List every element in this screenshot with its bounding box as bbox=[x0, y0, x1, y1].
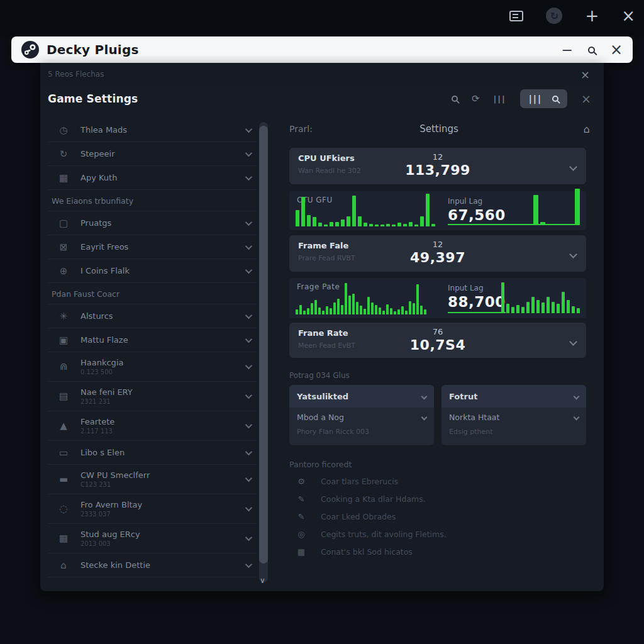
card-main-value: 49,397 bbox=[289, 250, 586, 265]
sidebar-item-label: Mattu Flaze bbox=[80, 335, 128, 345]
close-icon[interactable]: × bbox=[581, 92, 591, 106]
sync-badge-icon[interactable]: ↻ bbox=[546, 8, 562, 24]
footer-list: ⚙Coar tlars Ebrerucis✎Cooking a Kta dlar… bbox=[296, 477, 447, 557]
chevron-down-icon bbox=[245, 362, 252, 369]
footer-list-item[interactable]: ◎Cegits truts, dit avoling Fletims. bbox=[296, 530, 447, 539]
home-icon: ⌂ bbox=[57, 560, 70, 571]
home-icon[interactable]: ⌂ bbox=[584, 123, 590, 135]
chevron-down-icon bbox=[245, 504, 252, 511]
sidebar-item[interactable]: ⌂Stecke kin Dettie bbox=[48, 553, 257, 577]
sidebar-item[interactable]: ◌Fro Avern Bltay2333 037 bbox=[48, 494, 257, 524]
sidebar-item-sublabel: 2333 037 bbox=[80, 511, 142, 518]
sparkle-gear-icon: ✳ bbox=[57, 311, 70, 322]
sidebar-item[interactable]: ▣Mattu Flaze bbox=[48, 328, 257, 352]
chart-bar bbox=[397, 223, 401, 226]
sidebar-item[interactable]: ⊠Eayrit Freos bbox=[48, 235, 257, 259]
sidebar-item[interactable]: ↻Stepeeir bbox=[48, 142, 257, 166]
chart-bar bbox=[322, 311, 325, 314]
dropdown-label: Fotrut bbox=[449, 392, 477, 401]
page-title: Game Settings bbox=[48, 92, 138, 105]
scrollbar-thumb[interactable] bbox=[259, 126, 268, 564]
footer-list-item[interactable]: ▦Conat's bkl Sod hicatos bbox=[296, 547, 447, 557]
chart-bar bbox=[533, 195, 538, 225]
sidebar-item[interactable]: ▭Libo s Elen bbox=[48, 441, 257, 465]
plus-icon[interactable]: + bbox=[585, 8, 599, 24]
chart-bar bbox=[572, 306, 575, 313]
chart-bar bbox=[382, 311, 385, 314]
chart-bar bbox=[318, 223, 322, 226]
grid-icon: ▦ bbox=[296, 547, 307, 557]
sidebar-item-label: CW PU Smeclferr bbox=[80, 470, 150, 480]
sidebar-item[interactable]: ✳Alsturcs bbox=[48, 304, 257, 328]
chart-bar bbox=[341, 305, 343, 314]
sidebar-item[interactable]: ▬CW PU SmeclferrC123 231 bbox=[48, 465, 257, 494]
chart-bar bbox=[347, 216, 350, 226]
sidebar-item-sublabel: 2013 003 bbox=[80, 540, 140, 547]
sidebar-item[interactable]: ▢Pruatgs bbox=[48, 211, 257, 235]
search-icon bbox=[552, 96, 558, 102]
scroll-down-icon[interactable]: ∨ bbox=[260, 576, 265, 585]
chart-bar bbox=[311, 303, 313, 314]
dropdown[interactable]: Fotrut bbox=[441, 385, 586, 408]
chart-bar bbox=[516, 305, 519, 313]
footer-item-label: Cooking a Kta dlar Hdams. bbox=[321, 494, 426, 504]
close-icon[interactable]: × bbox=[580, 68, 590, 81]
timer-icon: ◷ bbox=[57, 125, 70, 136]
chart-bar bbox=[379, 308, 381, 314]
search-icon[interactable] bbox=[452, 96, 458, 102]
chart-bar bbox=[307, 308, 309, 314]
bar-chart bbox=[443, 189, 580, 225]
dropdown[interactable]: Norkta Htaat bbox=[441, 408, 586, 426]
chevron-down-icon bbox=[245, 448, 252, 455]
chart-bar bbox=[531, 297, 535, 313]
sidebar-item[interactable]: ▦Stud aug ERcy2013 003 bbox=[48, 524, 257, 553]
card-top-value: 12 bbox=[289, 240, 586, 249]
card-top-value: 76 bbox=[289, 327, 586, 336]
chart-bar bbox=[335, 222, 339, 226]
footer-list-item[interactable]: ✎Coar Lked Obrades bbox=[296, 512, 447, 521]
footer-item-label: Conat's bkl Sod hicatos bbox=[321, 547, 413, 557]
chart-bar bbox=[420, 306, 423, 314]
stat-card-frame-rate-2[interactable]: Frane Rate Meen Fead EvBT 76 10,7S4 bbox=[289, 323, 586, 358]
chart-bar bbox=[313, 217, 316, 226]
footer-list-item[interactable]: ✎Cooking a Kta dlar Hdams. bbox=[296, 494, 447, 504]
sidebar-item-label: Alsturcs bbox=[80, 311, 113, 321]
view-toggle-group[interactable]: ||| bbox=[520, 89, 567, 108]
sidebar-item-label: Libo s Elen bbox=[80, 448, 125, 457]
minimize-icon[interactable]: − bbox=[561, 42, 572, 58]
sidebar-item[interactable]: ◷Thlea Mads bbox=[48, 118, 257, 142]
panel-list-icon[interactable] bbox=[509, 11, 523, 21]
sidebar-scrollbar[interactable]: ∨ bbox=[259, 122, 268, 582]
stat-card-cpu[interactable]: CPU UFkiers Wan Readl he 302 12 113,799 bbox=[289, 148, 586, 184]
sidebar-item-label: Fro Avern Bltay bbox=[80, 500, 142, 509]
footer-item-label: Cegits truts, dit avoling Fletims. bbox=[321, 530, 447, 539]
sidebar-item-label: I Coins Flalk bbox=[80, 266, 130, 275]
dropdown-note: Phory Flan Ricck 003 bbox=[289, 426, 434, 437]
chevron-down-icon bbox=[245, 392, 252, 399]
chart-bar bbox=[299, 305, 302, 314]
close-icon[interactable]: × bbox=[610, 42, 623, 57]
graph-row-frame-rate: Frage Pate Input Lag 88,700 bbox=[289, 278, 586, 318]
chart-bar bbox=[397, 309, 400, 314]
footer-list-item[interactable]: ⚙Coar tlars Ebrerucis bbox=[296, 477, 447, 486]
chart-bar bbox=[296, 210, 299, 226]
card-icon: ▬ bbox=[57, 474, 70, 485]
sidebar-item[interactable]: ⋒Haankcgia0.123 500 bbox=[48, 352, 257, 382]
chart-bar bbox=[352, 294, 355, 314]
bars-icon[interactable]: ||| bbox=[493, 94, 506, 104]
chart-bar bbox=[380, 225, 384, 226]
sidebar-item[interactable]: ▲Feartete2.117 113 bbox=[48, 411, 257, 441]
footer-list-title: Pantoro ficoredt bbox=[289, 460, 352, 469]
dropdown[interactable]: Mbod a Nog bbox=[289, 408, 434, 426]
footer-item-label: Coar tlars Ebrerucis bbox=[321, 477, 398, 486]
loader-icon: ◌ bbox=[57, 503, 70, 514]
dropdown[interactable]: Yatsulikted bbox=[289, 385, 434, 408]
sidebar-item[interactable]: ▦Apy Kuth bbox=[48, 166, 257, 190]
globe-sync-icon[interactable]: ⟳ bbox=[472, 93, 480, 104]
sidebar-item-label: Nae feni ERY bbox=[80, 387, 133, 397]
sidebar-item[interactable]: ⊕I Coins Flalk bbox=[48, 259, 257, 283]
close-icon[interactable]: × bbox=[621, 8, 635, 24]
sidebar-item[interactable]: ▤Nae feni ERY2321 231 bbox=[48, 382, 257, 411]
search-icon[interactable] bbox=[588, 47, 595, 53]
stat-card-frame-rate-1[interactable]: Frame Fale Prare Fead RVBT 12 49,397 bbox=[289, 235, 586, 272]
